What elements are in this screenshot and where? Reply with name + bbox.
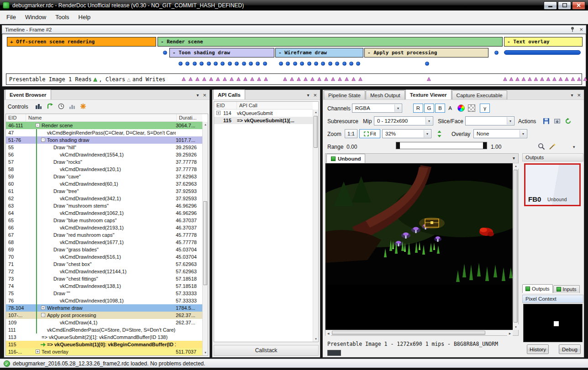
timeline-bar-text-overlay[interactable]: - Text overlay xyxy=(504,37,583,47)
draw-marker-dot[interactable] xyxy=(314,62,318,66)
refresh-icon[interactable] xyxy=(563,116,573,125)
draw-marker-dot[interactable] xyxy=(349,62,353,66)
range-slider[interactable] xyxy=(396,142,487,149)
timeline-bar-toon-shading[interactable]: - Toon shading draw xyxy=(169,48,274,57)
draw-marker-dot[interactable] xyxy=(293,62,297,66)
event-row[interactable]: 113=> vkQueueSubmit(2)[1]: vkEndCommandB… xyxy=(6,334,202,341)
stats-icon[interactable] xyxy=(67,102,77,111)
draw-marker-dot[interactable] xyxy=(494,51,499,55)
tab-inputs[interactable]: Inputs xyxy=(553,285,580,293)
resource-usage-strip[interactable]: Presentable Image 1 Reads▲, Clears△ and … xyxy=(6,73,582,85)
dock-menu-icon[interactable]: ▾ xyxy=(307,93,309,98)
checkerboard-background-icon[interactable] xyxy=(468,104,475,112)
event-row[interactable]: 109vkCmdDraw(4,1)262.37... xyxy=(6,319,202,326)
event-row[interactable]: 70vkCmdDrawIndexed(516,1)45.03704 xyxy=(6,253,202,261)
draw-marker-dot[interactable] xyxy=(185,62,189,66)
draw-marker-dot[interactable] xyxy=(335,62,339,66)
draw-marker-dot[interactable] xyxy=(207,62,211,66)
pixel-context-view[interactable] xyxy=(523,304,583,342)
timeline-bar-render-scene[interactable]: - Render scene xyxy=(158,37,503,47)
event-row[interactable]: 64vkCmdDrawIndexed(1062,1)46.96296 xyxy=(6,209,202,217)
texture-vscrollbar[interactable]: ▲ ▼ xyxy=(513,163,518,330)
draw-marker-dot[interactable] xyxy=(220,62,225,66)
event-row[interactable]: 111vkCmdEndRenderPass(C=Store, D=Store, … xyxy=(6,326,202,334)
event-row[interactable]: 56vkCmdDrawIndexed(1554,1)39.25926 xyxy=(6,151,202,158)
event-row[interactable]: 66vkCmdDrawIndexed(2193,1)46.37037 xyxy=(6,224,202,231)
dock-menu-icon[interactable]: ▾ xyxy=(571,93,573,98)
event-browser-header[interactable]: EID Name Durati... xyxy=(6,114,202,122)
menu-file[interactable]: File xyxy=(2,11,21,23)
tab-outputs[interactable]: Outputs xyxy=(522,284,553,293)
history-button[interactable]: History xyxy=(527,344,549,354)
fb0-thumbnail[interactable]: FB0 Unbound xyxy=(524,163,581,206)
draw-marker-dot[interactable] xyxy=(200,62,204,66)
zoom-percent-combo[interactable]: 32%▾ xyxy=(382,129,431,138)
event-row[interactable]: 78-104+Wireframe draw1784.5... xyxy=(6,304,202,312)
timeline-panel[interactable]: + Off-screen scene rendering - Render sc… xyxy=(2,34,586,87)
pin-icon[interactable] xyxy=(570,26,575,33)
tab-event-browser[interactable]: Event Browser xyxy=(5,89,51,99)
time-durations-icon[interactable] xyxy=(56,102,66,111)
histogram-wand-icon[interactable] xyxy=(547,142,557,151)
settings-flake-icon[interactable] xyxy=(78,102,88,111)
timeline-titlebar[interactable]: Timeline - Frame #2 × xyxy=(2,25,586,34)
scroll-thumb[interactable] xyxy=(203,201,207,285)
gamma-button[interactable]: γ xyxy=(480,104,490,113)
slice-face-combo[interactable]: ▾ xyxy=(465,116,514,125)
menu-tools[interactable]: Tools xyxy=(51,11,74,23)
tree-toggle-icon[interactable]: - xyxy=(41,313,45,317)
range-expand-icon[interactable]: ▾ xyxy=(573,145,575,149)
event-row[interactable]: 47vkCmdBeginRenderPass(C=Clear, D=Clear,… xyxy=(6,129,202,136)
scroll-thumb[interactable] xyxy=(314,116,318,148)
tree-toggle-icon[interactable]: - xyxy=(36,123,40,127)
tab-api-calls[interactable]: API Calls xyxy=(213,89,245,99)
api-call-row[interactable]: 115=> vkQueueSubmit(1)[... xyxy=(214,117,313,124)
custom-display-icon[interactable] xyxy=(457,104,465,112)
scroll-thumb[interactable] xyxy=(332,331,485,335)
tab-pipeline-state[interactable]: Pipeline State xyxy=(324,90,365,99)
event-row[interactable]: 115=> vkQueueSubmit(1)[0]: vkBeginComman… xyxy=(6,341,202,348)
scroll-thumb[interactable] xyxy=(514,170,518,323)
event-row[interactable]: 46-111-Render scene3064.7... xyxy=(6,122,202,129)
event-row[interactable]: 51-76-Toon shading draw1017.7... xyxy=(6,136,202,144)
draw-marker-dot[interactable] xyxy=(279,62,283,66)
channel-r-button[interactable]: R xyxy=(413,104,423,113)
event-row[interactable]: 72vkCmdDrawIndexed(12144,1)57.62963 xyxy=(6,268,202,275)
callstack-section[interactable]: Callstack xyxy=(214,345,319,356)
draw-marker-dot[interactable] xyxy=(286,62,290,66)
timeline-bar-wireframe[interactable]: - Wireframe draw xyxy=(275,48,363,57)
tab-capture-executable[interactable]: Capture Executable xyxy=(452,90,507,99)
draw-marker-dot[interactable] xyxy=(300,62,304,66)
draw-marker-dot[interactable] xyxy=(228,62,232,66)
api-call-row[interactable]: +114vkQueueSubmit xyxy=(214,109,313,117)
draw-marker-dot[interactable] xyxy=(356,62,360,66)
api-calls-header[interactable]: EID API Call xyxy=(214,102,313,109)
tab-mesh-output[interactable]: Mesh Output xyxy=(366,90,405,99)
event-row[interactable]: 107-...-Apply post processing262.37... xyxy=(6,312,202,319)
event-row[interactable]: 59Draw "cave"37.62963 xyxy=(6,173,202,180)
tab-texture-viewer[interactable]: Texture Viewer xyxy=(405,89,452,99)
draw-marker-dot[interactable] xyxy=(249,62,253,66)
menu-help[interactable]: Help xyxy=(74,11,95,23)
draw-marker-dot[interactable] xyxy=(342,62,346,66)
draw-marker-dot[interactable] xyxy=(178,62,183,66)
api-calls-vscrollbar[interactable]: ▲ ▼ xyxy=(313,109,318,342)
overlay-combo[interactable]: None▾ xyxy=(473,129,527,138)
texture-hscrollbar[interactable]: ◀ ▶ xyxy=(326,330,513,335)
event-row[interactable]: 75Draw ""57.33333 xyxy=(6,290,202,297)
flip-y-icon[interactable] xyxy=(435,129,443,138)
tree-toggle-icon[interactable]: + xyxy=(41,306,45,310)
draw-marker-dot[interactable] xyxy=(193,62,197,66)
dock-menu-icon[interactable]: ▾ xyxy=(513,156,515,161)
event-row[interactable]: 62vkCmdDrawIndexed(342,1)37.92593 xyxy=(6,195,202,202)
close-button[interactable] xyxy=(572,1,585,10)
timeline-bar-post-processing[interactable]: - Apply post processing xyxy=(364,48,488,57)
event-row[interactable]: 58vkCmdDrawIndexed(120,1)37.77778 xyxy=(6,166,202,173)
draw-marker-dot[interactable] xyxy=(242,62,246,66)
draw-marker-dot[interactable] xyxy=(214,62,218,66)
channel-g-button[interactable]: G xyxy=(424,104,434,113)
event-row[interactable]: 65Draw "blue mushroom caps"46.37037 xyxy=(6,217,202,224)
tree-toggle-icon[interactable]: - xyxy=(41,138,45,142)
event-row[interactable]: 116-...+Text overlay511.7037 xyxy=(6,348,202,355)
event-browser-vscrollbar[interactable]: ▲ ▼ xyxy=(202,122,208,355)
